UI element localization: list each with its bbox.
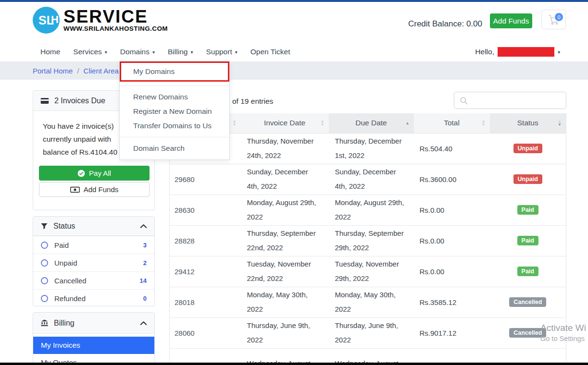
menu-item-register-new-domain[interactable]: Register a New Domain	[120, 104, 229, 119]
chevron-up-icon	[140, 224, 147, 229]
invoice-date-cell: Sunday, December 4th, 2022	[241, 164, 329, 195]
credit-balance-label: Credit Balance: 0.00	[408, 19, 482, 29]
sort-icons: ▲▼	[233, 120, 237, 126]
credit-card-icon	[40, 97, 49, 105]
logo-title: SERVICE	[63, 9, 168, 25]
status-filter-label: Unpaid	[54, 259, 77, 267]
radio-circle-icon	[41, 277, 48, 284]
due-date-cell: Thursday, December 1st, 2022	[329, 133, 414, 164]
nav-item-open-ticket[interactable]: Open Ticket	[250, 48, 290, 56]
column-header-invoice-date[interactable]: Invoice Date ▲▼	[241, 113, 329, 133]
status-filter-label: Cancelled	[54, 277, 87, 285]
invoice-row[interactable]: 29680 Sunday, December 4th, 2022 Sunday,…	[170, 164, 566, 195]
invoice-date-cell: Thursday, November 24th, 2022	[241, 133, 329, 164]
chevron-up-icon	[140, 321, 147, 326]
account-menu[interactable]: Hello, ▾	[475, 42, 560, 61]
status-badge: Paid	[517, 267, 538, 276]
table-search-box[interactable]	[454, 92, 566, 109]
status-filter-refunded[interactable]: Refunded 0	[33, 289, 154, 307]
status-filter-cancelled[interactable]: Cancelled 14	[33, 271, 154, 289]
status-badge: Unpaid	[513, 144, 542, 153]
invoice-date-cell: Thursday, June 9th, 2022	[241, 317, 329, 348]
breadcrumb-separator: /	[77, 67, 79, 75]
menu-item-transfer-domains[interactable]: Transfer Domains to Us	[120, 119, 229, 133]
greeting-label: Hello,	[475, 48, 494, 56]
status-cell: Cancelled	[490, 287, 566, 317]
billing-panel-header[interactable]: Billing	[33, 313, 154, 334]
status-cell: Paid	[490, 195, 566, 225]
menu-item-domain-search[interactable]: Domain Search	[120, 141, 229, 156]
total-cell: Rs.3585.12	[414, 287, 490, 317]
nav-label: Support	[206, 48, 232, 56]
status-cell: Unpaid	[490, 164, 566, 195]
column-label: Invoice Date	[264, 119, 305, 127]
status-filter-paid[interactable]: Paid 3	[33, 236, 154, 254]
radio-circle-icon	[41, 242, 48, 249]
pay-all-button[interactable]: Pay All	[39, 166, 150, 181]
invoice-number-cell: 28630	[170, 195, 241, 225]
invoices-due-title: 2 Invoices Due	[54, 97, 105, 105]
status-filter-label: Refunded	[54, 294, 86, 303]
total-cell: Rs.0.00	[414, 195, 490, 225]
breadcrumb-client-area[interactable]: Client Area	[84, 67, 119, 75]
cart-count-badge: 0	[554, 12, 564, 22]
caret-down-icon: ▾	[235, 49, 238, 55]
nav-label: Open Ticket	[250, 48, 290, 56]
domains-dropdown-menu: My Domains Renew Domains Register a New …	[119, 61, 230, 160]
invoice-date-cell: Monday, May 30th, 2022	[241, 287, 329, 317]
caret-down-icon: ▾	[558, 49, 560, 55]
status-filter-unpaid[interactable]: Unpaid 2	[33, 254, 154, 271]
sidebar-add-funds-button[interactable]: Add Funds	[39, 182, 150, 197]
invoice-row[interactable]: 28630 Monday, August 29th, 2022 Monday, …	[170, 195, 566, 225]
add-funds-label: Add Funds	[84, 185, 119, 194]
total-cell: Rs.9017.12	[414, 317, 490, 348]
due-date-cell: Thursday, June 9th, 2022	[329, 317, 414, 348]
invoice-row[interactable]: 29412 Tuesday, November 22nd, 2022 Tuesd…	[170, 256, 566, 287]
invoice-row[interactable]: 28828 Thursday, September 22nd, 2022 Thu…	[170, 225, 566, 256]
breadcrumb-portal-home[interactable]: Portal Home	[33, 67, 73, 75]
invoice-number-cell: 28018	[170, 287, 241, 317]
due-date-cell: Sunday, December 4th, 2022	[329, 164, 414, 195]
nav-item-support[interactable]: Support ▾	[206, 48, 237, 56]
windows-activation-watermark: Activate Wi Go to Settings	[540, 323, 586, 342]
menu-item-renew-domains[interactable]: Renew Domains	[120, 90, 229, 104]
status-filter-label: Paid	[54, 241, 69, 249]
column-header-due-date[interactable]: Due Date ▲	[329, 113, 414, 133]
status-panel-header[interactable]: Status	[33, 217, 154, 236]
filter-funnel-icon	[40, 222, 48, 230]
invoice-row[interactable]: 28018 Monday, May 30th, 2022 Monday, May…	[170, 287, 566, 317]
logo-h-text: H	[51, 13, 59, 26]
status-cell: Paid	[490, 256, 566, 287]
watermark-line1: Activate Wi	[540, 323, 586, 333]
invoice-row[interactable]: 28060 Thursday, June 9th, 2022 Thursday,…	[170, 317, 566, 348]
invoice-number-cell: 28828	[170, 225, 241, 256]
radio-circle-icon	[41, 259, 48, 267]
add-funds-button[interactable]: Add Funds	[490, 13, 532, 28]
nav-item-services[interactable]: Services ▾	[73, 48, 107, 56]
site-logo[interactable]: SL H SERVICE WWW.SRILANKAHOSTING.COM	[33, 7, 168, 34]
search-input[interactable]	[471, 93, 567, 108]
watermark-line2: Go to Settings	[540, 335, 586, 342]
column-header-total[interactable]: Total ▲▼	[414, 113, 490, 133]
menu-item-my-domains[interactable]: My Domains	[120, 61, 229, 82]
sidebar-item-my-invoices[interactable]: My Invoices	[33, 337, 154, 354]
billing-panel-body: My Invoices My Quotes	[33, 334, 154, 365]
invoice-number-cell: 28060	[170, 317, 241, 348]
billing-panel-title: Billing	[54, 319, 75, 328]
logo-subtitle: WWW.SRILANKAHOSTING.COM	[63, 25, 168, 32]
sort-icons: ▲▼	[558, 120, 562, 126]
total-cell: Rs.3600.00	[414, 164, 490, 195]
nav-item-domains[interactable]: Domains ▾	[120, 48, 155, 56]
sort-icons: ▲	[406, 122, 410, 125]
column-label: Status	[517, 119, 538, 127]
nav-item-billing[interactable]: Billing ▾	[168, 48, 193, 56]
site-header: SL H SERVICE WWW.SRILANKAHOSTING.COM Cre…	[0, 2, 588, 42]
invoice-date-cell: Tuesday, November 22nd, 2022	[241, 256, 329, 287]
nav-item-home[interactable]: Home	[40, 48, 60, 56]
search-icon	[459, 96, 468, 105]
column-header-status[interactable]: Status ▲▼	[490, 113, 566, 133]
nav-label: Billing	[168, 48, 188, 56]
invoice-date-cell: Monday, August 29th, 2022	[241, 195, 329, 225]
column-label: Total	[444, 119, 460, 127]
status-panel-title: Status	[53, 222, 75, 231]
